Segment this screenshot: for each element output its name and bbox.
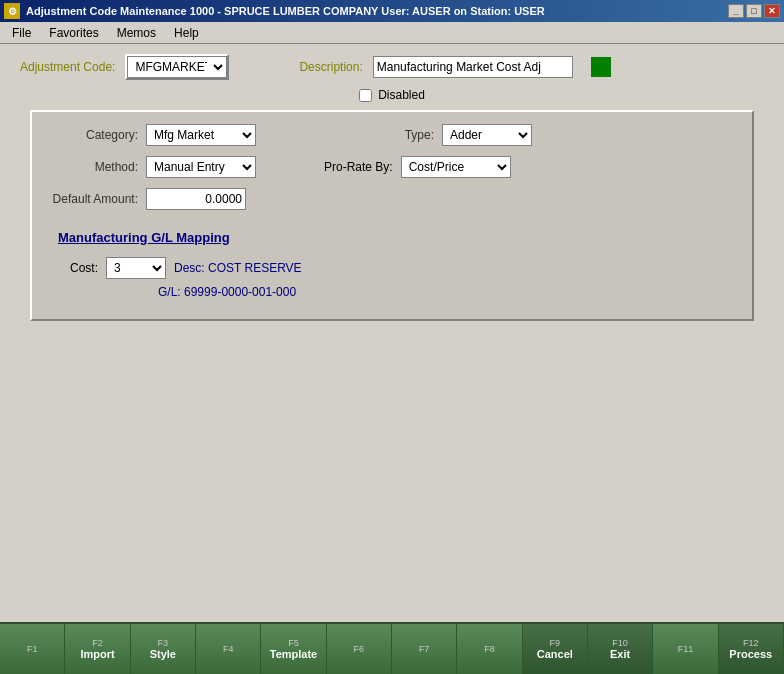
fn2-import-key[interactable]: F2 Import xyxy=(65,624,130,674)
category-select[interactable]: Mfg Market Standard Other xyxy=(146,124,256,146)
maximize-button[interactable]: □ xyxy=(746,4,762,18)
type-select[interactable]: Adder Deduction xyxy=(442,124,532,146)
category-label: Category: xyxy=(48,128,138,142)
cost-row: Cost: 1 2 3 4 5 Desc: COST RESERVE xyxy=(58,257,736,279)
fn6-key[interactable]: F6 xyxy=(327,624,392,674)
method-label: Method: xyxy=(48,160,138,174)
title-bar: ⚙ Adjustment Code Maintenance 1000 - SPR… xyxy=(0,0,784,22)
mapping-section: Manufacturing G/L Mapping Cost: 1 2 3 4 … xyxy=(48,230,736,299)
default-amount-label: Default Amount: xyxy=(48,192,138,206)
fn7-key[interactable]: F7 xyxy=(392,624,457,674)
method-select[interactable]: Manual Entry Automatic xyxy=(146,156,256,178)
menu-help[interactable]: Help xyxy=(166,24,207,42)
minimize-button[interactable]: _ xyxy=(728,4,744,18)
top-row: Adjustment Code: MFGMARKET Description: … xyxy=(20,54,764,80)
default-amount-row: Default Amount: 0.0000 xyxy=(48,188,736,210)
disabled-checkbox[interactable] xyxy=(359,89,372,102)
inner-panel: Category: Mfg Market Standard Other Type… xyxy=(30,110,754,321)
main-content: Adjustment Code: MFGMARKET Description: … xyxy=(0,44,784,331)
default-amount-input[interactable]: 0.0000 xyxy=(146,188,246,210)
app-icon: ⚙ xyxy=(4,3,20,19)
fn10-exit-key[interactable]: F10 Exit xyxy=(588,624,653,674)
gl-text: G/L: 69999-0000-001-000 xyxy=(158,285,736,299)
menu-file[interactable]: File xyxy=(4,24,39,42)
mapping-title: Manufacturing G/L Mapping xyxy=(58,230,736,245)
function-key-bar: F1 F2 Import F3 Style F4 F5 Template F6 … xyxy=(0,622,784,674)
prorate-label: Pro-Rate By: xyxy=(324,160,393,174)
fn8-key[interactable]: F8 xyxy=(457,624,522,674)
description-input[interactable]: Manufacturing Market Cost Adj xyxy=(373,56,573,78)
cost-label: Cost: xyxy=(58,261,98,275)
description-label: Description: xyxy=(299,60,362,74)
status-indicator xyxy=(591,57,611,77)
method-prorate-row: Method: Manual Entry Automatic Pro-Rate … xyxy=(48,156,736,178)
cost-select[interactable]: 1 2 3 4 5 xyxy=(106,257,166,279)
fn5-template-key[interactable]: F5 Template xyxy=(261,624,326,674)
disabled-row: Disabled xyxy=(20,88,764,102)
menu-memos[interactable]: Memos xyxy=(109,24,164,42)
fn9-cancel-key[interactable]: F9 Cancel xyxy=(523,624,588,674)
menu-bar: File Favorites Memos Help xyxy=(0,22,784,44)
cost-desc-text: Desc: COST RESERVE xyxy=(174,261,302,275)
category-type-row: Category: Mfg Market Standard Other Type… xyxy=(48,124,736,146)
type-label: Type: xyxy=(344,128,434,142)
menu-favorites[interactable]: Favorites xyxy=(41,24,106,42)
window-title: Adjustment Code Maintenance 1000 - SPRUC… xyxy=(26,5,545,17)
window-controls: _ □ ✕ xyxy=(728,4,780,18)
disabled-label: Disabled xyxy=(378,88,425,102)
fn4-key[interactable]: F4 xyxy=(196,624,261,674)
close-button[interactable]: ✕ xyxy=(764,4,780,18)
adjustment-code-label: Adjustment Code: xyxy=(20,60,115,74)
fn12-process-key[interactable]: F12 Process xyxy=(719,624,784,674)
fn11-key[interactable]: F11 xyxy=(653,624,718,674)
fn1-key[interactable]: F1 xyxy=(0,624,65,674)
adjustment-code-select[interactable]: MFGMARKET xyxy=(127,56,227,78)
fn3-style-key[interactable]: F3 Style xyxy=(131,624,196,674)
prorate-select[interactable]: Cost/Price Cost Price xyxy=(401,156,511,178)
